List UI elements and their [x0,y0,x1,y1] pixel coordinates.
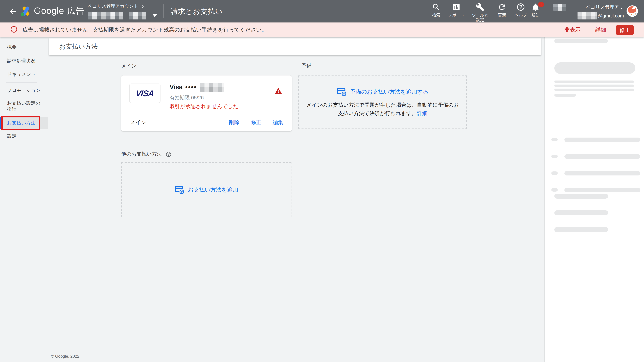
sidebar-item-payment-migration[interactable]: お支払い設定の移行 [7,100,45,112]
skeleton-bar [564,188,640,192]
add-card-icon [337,87,347,97]
header-divider [163,4,164,18]
skeleton-bar [554,194,608,199]
account-switcher[interactable]: ペコリス管理アカウント [88,3,160,19]
backup-details-link[interactable]: 詳細 [417,110,427,116]
warning-triangle-icon [275,87,282,96]
redacted-email-prefix [578,12,597,19]
skeleton-dot [551,155,558,158]
card-footer: メイン 削除 修正 編集 [121,114,292,131]
sidebar-divider [6,82,37,82]
main-content: お支払い方法 メイン VISA Visa •••• 有効期限 05/26 取引が… [49,37,544,362]
user-name: ペコリス管理ア… [586,4,624,10]
tools-settings-button[interactable]: ツールと設定 [470,3,490,22]
card-masked-digits: •••• [185,83,197,91]
skeleton-bar [554,210,608,215]
skeleton-dot [551,188,558,192]
card-edit-link[interactable]: 編集 [273,119,283,126]
google-ads-logo-icon[interactable] [20,5,32,18]
user-email: @gmail.com [598,13,624,18]
backup-section-label: 予備 [302,63,312,69]
payment-alert-banner: 広告は掲載されていません - 支払期限を過ぎたアカウント残高のお支払い手続きを行… [0,22,644,37]
skeleton-bar [554,39,608,43]
refresh-button[interactable]: 更新 [492,3,512,17]
alert-details-link[interactable]: 詳細 [595,26,606,33]
sidebar-item-overview[interactable]: 概要 [7,44,16,50]
card-expiry: 有効期限 05/26 [170,95,238,101]
selected-indicator [0,117,2,129]
sidebar-item-payment-methods[interactable]: お支払い方法 [0,117,48,129]
header-divider [550,4,550,18]
card-error-message: 取引が承認されませんでした [170,103,238,110]
copyright-text: © Google, 2022. [51,354,80,359]
alert-hide-link[interactable]: 非表示 [564,26,580,33]
avatar-logo [628,6,636,13]
back-icon[interactable] [9,7,18,17]
skeleton-dot [551,138,558,141]
wrench-icon [476,3,484,11]
card-brand: Visa [170,83,183,91]
search-icon [432,3,440,11]
sidebar-item-settings[interactable]: 設定 [7,133,16,139]
error-outline-icon [10,25,18,34]
add-payment-link[interactable]: お支払い方法を追加 [174,185,238,195]
skeleton-bar [554,80,634,83]
skeleton-bar [564,171,640,175]
page-title: 請求とお支払い [170,7,223,16]
redacted-account-id [88,12,123,19]
sidebar-item-billing-activity[interactable]: 請求処理状況 [7,58,35,64]
card-delete-link[interactable]: 削除 [229,119,240,126]
primary-payment-card: VISA Visa •••• 有効期限 05/26 取引が承認されませんでした … [121,75,292,131]
notification-badge: ! [538,2,544,7]
card-role-label: メイン [130,119,218,126]
loading-skeleton-panel [544,37,644,362]
skeleton-bar [554,227,608,232]
sidebar-item-promotions[interactable]: プロモーション [7,87,41,94]
add-card-icon [174,185,184,195]
skeleton-bar [554,62,635,74]
user-info: ペコリス管理ア… @gmail.com [553,3,624,20]
backup-payment-dropzone: 予備のお支払い方法を追加する メインのお支払い方法で問題が生じた場合は、自動的に… [298,75,467,129]
visa-logo: VISA [129,83,160,103]
other-payment-dropzone: お支払い方法を追加 [121,162,292,217]
sidebar-item-documents[interactable]: ドキュメント [7,71,36,77]
skeleton-bar [554,94,576,97]
redacted-card-number [200,83,224,92]
refresh-icon [498,3,506,11]
account-name-label: ペコリス管理アカウント [88,3,138,9]
page-root: Google広告 ペコリス管理アカウント 請求とお支払い 検索 レポート [0,0,644,362]
redacted-user-id [553,4,566,10]
skeleton-dot [551,171,558,175]
search-button[interactable]: 検索 [426,3,446,17]
skeleton-bar [564,138,640,142]
add-backup-payment-link[interactable]: 予備のお支払い方法を追加する [337,87,428,97]
card-fix-link[interactable]: 修正 [251,119,261,126]
help-icon [516,3,525,11]
brand-google: Google [34,6,64,16]
brand-wordmark: Google広告 [34,5,84,16]
alert-fix-button[interactable]: 修正 [616,25,634,35]
header-divider [80,4,81,18]
report-icon [452,3,461,11]
content-title-bar: お支払い方法 [49,38,541,55]
brand-product: 広告 [67,6,84,15]
avatar[interactable]: ペコリス [626,5,638,17]
redacted-account-id [128,12,146,19]
help-circle-icon[interactable] [166,151,172,157]
other-section-label: 他のお支払い方法 [121,151,162,157]
content-title: お支払い方法 [59,42,98,51]
chevron-down-icon[interactable] [152,14,157,17]
skeleton-bar [554,84,634,87]
billing-sidebar: 概要 請求処理状況 ドキュメント プロモーション お支払い設定の移行 お支払い方… [0,37,48,362]
primary-section-label: メイン [121,63,137,69]
backup-description: メインのお支払い方法で問題が生じた場合は、自動的に予備のお 支払い方法で決済が行… [306,101,459,117]
reports-button[interactable]: レポート [446,3,467,17]
app-bar: Google広告 ペコリス管理アカウント 請求とお支払い 検索 レポート [0,0,644,22]
skeleton-bar [554,89,634,91]
alert-message: 広告は掲載されていません - 支払期限を過ぎたアカウント残高のお支払い手続きを行… [22,26,564,33]
notifications-button[interactable]: ! 通知 [525,3,546,17]
skeleton-bar [564,154,640,159]
chevron-right-icon [140,4,145,8]
